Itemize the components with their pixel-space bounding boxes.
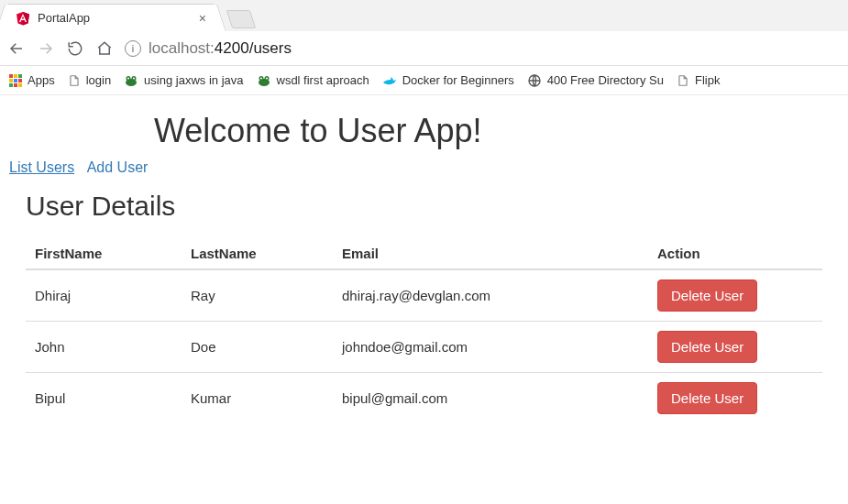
svg-point-10 (260, 77, 262, 79)
address-bar[interactable]: i localhost:4200/users (125, 39, 841, 58)
bookmark-item[interactable]: using jaxws in java (124, 73, 243, 88)
svg-point-6 (133, 77, 135, 79)
url-path: /users (249, 39, 292, 57)
content: User Details FirstName LastName Email Ac… (7, 191, 841, 423)
site-info-icon[interactable]: i (125, 40, 141, 57)
bookmark-label: login (86, 73, 111, 87)
bookmark-label: Flipk (695, 73, 720, 87)
reload-button[interactable] (66, 39, 84, 58)
bookmark-label: using jaxws in java (144, 73, 243, 87)
cell-lastname: Doe (182, 322, 333, 373)
page-nav: List Users Add User (7, 159, 841, 185)
col-email: Email (333, 238, 648, 269)
cell-email: johndoe@gmail.com (333, 322, 648, 373)
browser-chrome: PortalApp × i localhost:4200/users Apps (0, 0, 848, 95)
home-button[interactable] (95, 39, 114, 58)
col-firstname: FirstName (26, 238, 182, 269)
page-content: Welcome to User App! List Users Add User… (0, 112, 848, 431)
url-host: localhost: (149, 39, 215, 57)
svg-point-11 (266, 77, 268, 79)
tab-title: PortalApp (38, 11, 90, 25)
col-lastname: LastName (182, 238, 333, 269)
link-add-user[interactable]: Add User (87, 159, 149, 175)
bookmark-item[interactable]: Docker for Beginners (382, 73, 514, 88)
bookmark-item[interactable]: login (68, 73, 111, 88)
section-title: User Details (26, 191, 822, 222)
url-text: localhost:4200/users (149, 39, 292, 58)
delete-user-button[interactable]: Delete User (657, 279, 757, 312)
table-row: BipulKumarbipul@gmail.comDelete User (26, 373, 822, 424)
table-row: JohnDoejohndoe@gmail.comDelete User (26, 322, 822, 373)
apps-label: Apps (28, 73, 55, 87)
cell-action: Delete User (648, 322, 822, 373)
page-title: Welcome to User App! (154, 112, 841, 150)
new-tab-button[interactable] (226, 10, 256, 28)
bookmarks-bar: Apps loginusing jaxws in javawsdl first … (0, 66, 848, 95)
bookmark-label: Docker for Beginners (402, 73, 514, 87)
cell-firstname: John (26, 322, 182, 373)
bookmark-items: loginusing jaxws in javawsdl first aproa… (68, 73, 839, 88)
table-row: DhirajRaydhiraj.ray@devglan.comDelete Us… (26, 269, 822, 322)
cell-email: bipul@gmail.com (333, 373, 648, 424)
back-button[interactable] (7, 39, 26, 58)
cell-firstname: Bipul (26, 373, 182, 424)
bookmark-item[interactable]: wsdl first aproach (257, 73, 369, 88)
delete-user-button[interactable]: Delete User (657, 331, 757, 363)
forward-button[interactable] (37, 39, 55, 58)
close-icon[interactable]: × (199, 11, 206, 26)
cell-email: dhiraj.ray@devglan.com (333, 269, 648, 322)
users-table: FirstName LastName Email Action DhirajRa… (26, 238, 822, 423)
svg-marker-1 (23, 12, 29, 26)
apps-icon (9, 74, 22, 87)
angular-favicon (16, 11, 30, 26)
tab-strip: PortalApp × (0, 0, 848, 31)
cell-firstname: Dhiraj (26, 269, 182, 322)
cell-action: Delete User (648, 373, 822, 424)
toolbar: i localhost:4200/users (0, 31, 848, 66)
cell-action: Delete User (648, 269, 822, 322)
bookmark-item[interactable]: Flipk (677, 73, 720, 88)
apps-button[interactable]: Apps (9, 73, 55, 87)
delete-user-button[interactable]: Delete User (657, 382, 757, 414)
cell-lastname: Ray (182, 269, 333, 322)
url-port: 4200 (215, 39, 249, 57)
browser-tab[interactable]: PortalApp × (6, 4, 216, 31)
svg-point-5 (127, 77, 129, 79)
bookmark-label: wsdl first aproach (277, 73, 369, 87)
link-list-users[interactable]: List Users (9, 159, 74, 175)
bookmark-label: 400 Free Directory Su (547, 73, 664, 87)
bookmark-item[interactable]: 400 Free Directory Su (527, 73, 664, 88)
col-action: Action (648, 238, 822, 269)
cell-lastname: Kumar (182, 373, 333, 424)
